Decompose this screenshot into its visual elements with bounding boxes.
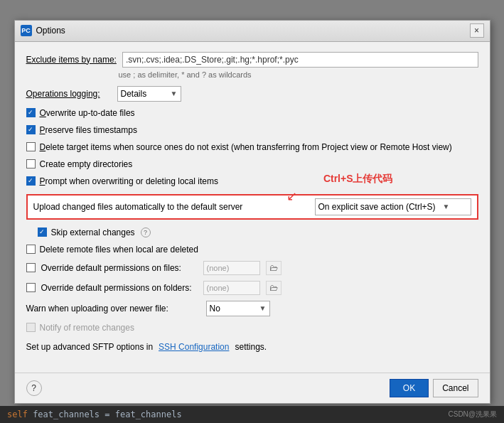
preserve-label: Preserve files timestamps [40,125,137,135]
exclude-hint: use ; as delimiter, * and ? as wildcards [119,70,478,79]
folders-perm-browse: 🗁 [266,281,282,295]
warn-arrow: ▼ [259,304,267,312]
exclude-row: Exclude items by name: [26,52,478,68]
warn-row: Warn when uploading over newer file: No … [26,301,478,316]
close-button[interactable]: × [470,23,484,38]
logging-select[interactable]: Details ▼ [117,86,181,102]
overwrite-checkbox[interactable] [26,108,36,117]
upload-row: Upload changed files automatically to th… [26,194,478,220]
upload-arrow: ▼ [443,203,450,210]
logging-arrow: ▼ [171,90,178,97]
watermark: CSDN@洗果果 [449,409,498,419]
create-empty-checkbox[interactable] [26,159,36,168]
code-keyword: self [7,409,28,419]
skip-external-checkbox[interactable] [38,227,47,237]
dialog-footer: ? OK Cancel [15,373,490,403]
code-line-area: self feat_channels = feat_channels [7,409,182,419]
prompt-label: Prompt when overwriting or deleting loca… [40,176,218,186]
options-dialog: PC Options × Exclude items by name: use … [14,20,490,404]
delete-target-label: Delete target items when source ones do … [40,142,452,152]
upload-label: Upload changed files automatically to th… [33,202,243,212]
files-perm-input [203,261,260,275]
checkbox-notify: Notify of remote changes [26,322,478,333]
title-bar: PC Options × [15,21,490,42]
exclude-label: Exclude items by name: [26,55,117,65]
folders-perm-input [203,281,260,295]
sftp-prefix: Set up advanced SFTP options in [26,342,154,352]
skip-external-label: Skip external changes [51,227,135,237]
upload-value: On explicit save action (Ctrl+S) [318,202,436,212]
title-bar-left: PC Options [21,25,65,36]
dialog-content: Exclude items by name: use ; as delimite… [15,42,490,373]
checkbox-skip-external: Skip external changes ? [26,227,478,238]
dialog-title: Options [36,26,65,36]
delete-target-checkbox[interactable] [26,142,36,151]
footer-buttons: OK Cancel [390,379,478,397]
folders-perm-row: Override default permissions on folders:… [26,281,478,295]
checkbox-delete-remote: Delete remote files when local are delet… [26,244,478,255]
preserve-checkbox[interactable] [26,125,36,134]
warn-value: No [210,304,220,314]
delete-remote-checkbox[interactable] [26,245,36,254]
ok-button[interactable]: OK [390,379,429,397]
app-icon: PC [21,25,32,36]
code-var: feat_channels = feat_channels [33,409,182,419]
checkbox-prompt: Prompt when overwriting or deleting loca… [26,176,478,187]
exclude-input[interactable] [122,52,478,68]
logging-label: Operations logging: [26,89,112,99]
notify-checkbox [26,323,36,332]
help-button[interactable]: ? [26,380,42,396]
cancel-button[interactable]: Cancel [433,379,478,397]
delete-remote-label: Delete remote files when local are delet… [40,245,198,255]
checkbox-create-empty: Create empty directories [26,159,478,170]
files-perm-checkbox[interactable] [26,263,36,272]
overwrite-label: Overwrite up-to-date files [40,108,135,118]
sftp-suffix: settings. [235,342,267,352]
logging-value: Details [121,89,147,99]
upload-select[interactable]: On explicit save action (Ctrl+S) ▼ [315,198,471,215]
warn-label: Warn when uploading over newer file: [26,304,200,314]
files-perm-browse: 🗁 [266,261,282,275]
checkbox-overwrite: Overwrite up-to-date files [26,107,478,119]
checkbox-delete-target: Delete target items when source ones do … [26,141,478,153]
help-icon[interactable]: ? [141,227,151,237]
sftp-note: Set up advanced SFTP options in SSH Conf… [26,342,478,352]
folders-perm-label: Override default permissions on folders: [41,283,198,293]
files-perm-row: Override default permissions on files: 🗁 [26,261,478,275]
files-perm-label: Override default permissions on files: [41,263,198,273]
checkbox-preserve: Preserve files timestamps [26,124,478,136]
warn-select[interactable]: No ▼ [206,301,270,316]
create-empty-label: Create empty directories [40,159,133,169]
ssh-config-link[interactable]: SSH Configuration [159,342,229,352]
folders-perm-checkbox[interactable] [26,283,36,292]
prompt-checkbox[interactable] [26,176,36,186]
notify-label: Notify of remote changes [40,323,134,333]
logging-row: Operations logging: Details ▼ [26,86,478,102]
